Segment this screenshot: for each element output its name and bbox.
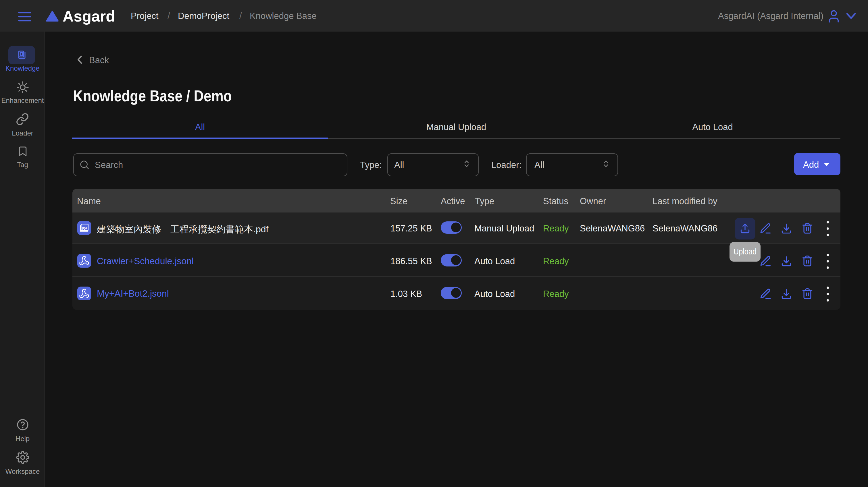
- svg-text:PDF: PDF: [82, 227, 87, 231]
